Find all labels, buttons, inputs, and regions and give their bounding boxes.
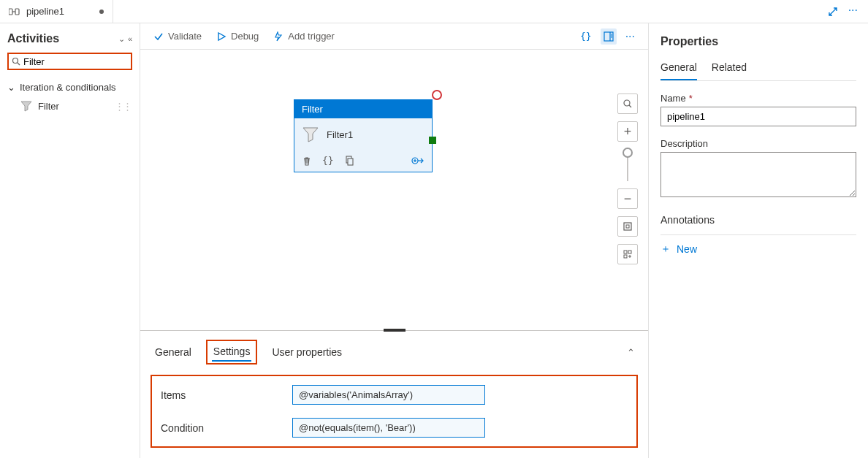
pipeline-toolbar: Validate Debug Add trigger {} ··· <box>140 23 648 50</box>
tab-general[interactable]: General <box>153 343 193 361</box>
filter-node[interactable]: Filter Filter1 {} <box>294 99 433 172</box>
svg-line-4 <box>18 63 20 65</box>
pipeline-canvas[interactable]: Filter Filter1 {} <box>140 50 648 330</box>
code-icon[interactable]: {} <box>322 155 334 166</box>
annotations-label: Annotations <box>660 214 856 226</box>
description-input[interactable] <box>660 152 856 197</box>
zoom-in-button[interactable]: + <box>617 121 638 142</box>
debug-button[interactable]: Debug <box>216 31 259 42</box>
activity-label: Filter <box>38 101 59 112</box>
add-annotation-button[interactable]: ＋ New <box>660 243 856 256</box>
expand-icon[interactable] <box>828 7 838 17</box>
svg-rect-22 <box>624 255 627 258</box>
category-iteration[interactable]: ⌄ Iteration & conditionals <box>7 79 132 96</box>
activities-title: Activities <box>7 32 59 45</box>
category-label: Iteration & conditionals <box>20 82 116 93</box>
divider <box>660 234 856 235</box>
add-trigger-label: Add trigger <box>288 31 335 42</box>
add-branch-icon[interactable] <box>411 156 425 166</box>
svg-rect-18 <box>624 223 631 230</box>
new-label: New <box>677 243 697 255</box>
validation-error-icon <box>432 90 442 100</box>
collapse-down-icon[interactable]: ⌄ <box>118 34 125 44</box>
tab-title: pipeline1 <box>26 6 64 17</box>
validate-button[interactable]: Validate <box>153 31 202 42</box>
activities-sidebar: Activities ⌄ « ⌄ Iteration & conditional… <box>0 23 140 458</box>
condition-input[interactable] <box>292 418 485 438</box>
activities-search[interactable] <box>7 53 132 70</box>
required-indicator: * <box>689 93 693 104</box>
layout-icon[interactable] <box>617 244 638 264</box>
resize-handle[interactable] <box>384 329 406 332</box>
collapse-panel-icon[interactable]: ⌃ <box>627 347 635 358</box>
copy-icon[interactable] <box>344 156 354 166</box>
plus-icon: ＋ <box>660 243 671 256</box>
tab-settings-highlight: Settings <box>206 340 258 365</box>
center-pane: Validate Debug Add trigger {} ··· <box>140 23 649 458</box>
svg-point-3 <box>13 58 18 64</box>
tab-settings[interactable]: Settings <box>212 343 252 362</box>
svg-rect-19 <box>626 225 629 228</box>
drag-handle-icon[interactable]: ⋮⋮ <box>115 101 131 112</box>
prop-tab-related[interactable]: Related <box>712 58 747 80</box>
zoom-search-icon[interactable] <box>617 93 638 114</box>
node-name: Filter1 <box>327 129 353 140</box>
canvas-controls: + − <box>617 93 638 264</box>
pipeline-name-input[interactable] <box>660 107 856 126</box>
svg-rect-11 <box>348 159 353 165</box>
filter-icon <box>20 100 32 112</box>
unsaved-indicator <box>99 9 104 14</box>
condition-label: Condition <box>161 422 278 434</box>
tab-actions: ··· <box>828 7 868 17</box>
tab-user-properties[interactable]: User properties <box>270 343 343 361</box>
svg-rect-1 <box>15 9 19 15</box>
chevron-down-icon: ⌄ <box>7 82 15 93</box>
name-label: Name <box>660 93 686 104</box>
items-input[interactable] <box>292 385 485 405</box>
zoom-slider[interactable] <box>627 149 628 181</box>
svg-rect-20 <box>624 251 627 253</box>
validate-label: Validate <box>168 31 202 42</box>
debug-label: Debug <box>231 31 259 42</box>
activity-filter[interactable]: Filter ⋮⋮ <box>7 96 132 116</box>
svg-point-16 <box>624 100 630 106</box>
zoom-out-button[interactable]: − <box>617 188 638 209</box>
svg-rect-5 <box>604 32 613 41</box>
filter-icon <box>302 126 319 143</box>
svg-line-17 <box>629 105 631 107</box>
settings-highlight-box: Items Condition <box>151 375 638 448</box>
properties-toggle-icon[interactable] <box>601 28 617 45</box>
delete-icon[interactable] <box>302 156 312 166</box>
fit-screen-icon[interactable] <box>617 216 638 237</box>
description-label: Description <box>660 138 708 149</box>
json-icon[interactable]: {} <box>580 31 592 42</box>
search-input[interactable] <box>23 56 128 67</box>
more-icon[interactable]: ··· <box>848 7 858 17</box>
activity-settings-panel: General Settings User properties ⌃ Items… <box>140 330 648 458</box>
add-trigger-button[interactable]: Add trigger <box>273 31 335 42</box>
editor-tab-bar: pipeline1 ··· <box>0 0 868 23</box>
search-icon <box>12 57 20 66</box>
prop-tab-general[interactable]: General <box>660 58 697 80</box>
node-type-label: Filter <box>294 100 432 118</box>
properties-panel: Properties General Related Name * Descri… <box>649 23 868 458</box>
collapse-left-icon[interactable]: « <box>128 34 132 44</box>
output-connector[interactable] <box>429 137 436 144</box>
svg-rect-0 <box>9 9 12 15</box>
pipeline-tab[interactable]: pipeline1 <box>0 0 113 23</box>
properties-title: Properties <box>660 35 856 48</box>
toolbar-more-icon[interactable]: ··· <box>625 30 635 43</box>
pipeline-icon <box>9 7 20 16</box>
svg-rect-21 <box>628 251 631 253</box>
items-label: Items <box>161 389 278 401</box>
